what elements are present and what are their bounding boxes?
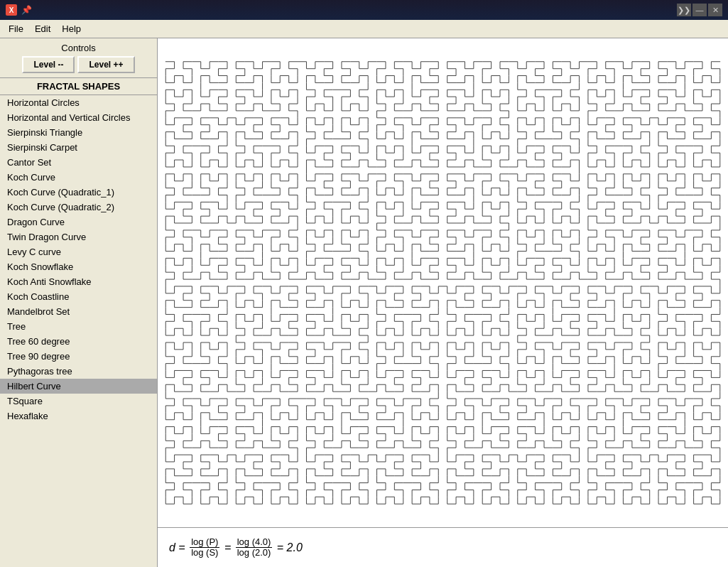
formula-d: d: [169, 541, 175, 554]
formula-equals-3: =: [273, 541, 286, 554]
menu-help[interactable]: Help: [56, 21, 87, 36]
shape-item-tree-90-degree[interactable]: Tree 90 degree: [0, 349, 157, 364]
titlebar-controls: ❯❯ — ✕: [677, 4, 722, 16]
shape-item-hexaflake[interactable]: Hexaflake: [0, 409, 157, 423]
formula-fraction-2: log (4.0) log (2.0): [236, 537, 273, 558]
menubar: File Edit Help: [0, 20, 728, 38]
menu-edit[interactable]: Edit: [29, 21, 56, 36]
svg-rect-0: [158, 55, 728, 511]
shape-item-twin-dragon-curve[interactable]: Twin Dragon Curve: [0, 230, 157, 244]
hilbert-curve-display: [158, 38, 728, 527]
formula-equals-1: =: [175, 541, 188, 554]
shape-item-dragon-curve[interactable]: Dragon Curve: [0, 215, 157, 230]
fractal-canvas: [158, 38, 728, 527]
formula-log-s: log (S): [190, 548, 219, 558]
formula-log-40: log (4.0): [236, 537, 273, 548]
shapes-list: Horizontal CirclesHorizontal and Vertica…: [0, 95, 157, 567]
level-decrease-button[interactable]: Level --: [22, 56, 75, 73]
minimize-button[interactable]: —: [692, 4, 707, 16]
shape-item-horizontal-and-vertical-circles[interactable]: Horizontal and Vertical Circles: [0, 110, 157, 125]
canvas-wrapper: d = log (P) log (S) = log (4.0) log (2.0…: [158, 38, 728, 567]
titlebar: X 📌 ❯❯ — ✕: [0, 0, 728, 20]
app-icon: X: [6, 4, 17, 16]
menu-file[interactable]: File: [3, 21, 29, 36]
shape-item-koch-anti-snowflake[interactable]: Koch Anti Snowflake: [0, 274, 157, 289]
titlebar-left: X 📌: [6, 4, 32, 16]
formula-equals-2: =: [221, 541, 234, 554]
shape-item-cantor-set[interactable]: Cantor Set: [0, 155, 157, 170]
close-button[interactable]: ✕: [708, 4, 722, 16]
level-increase-button[interactable]: Level ++: [77, 56, 134, 73]
shape-item-tsquare[interactable]: TSquare: [0, 394, 157, 409]
formula-bar: d = log (P) log (S) = log (4.0) log (2.0…: [158, 527, 728, 567]
formula-fraction-1: log (P) log (S): [190, 537, 219, 558]
shape-item-levy-c-curve[interactable]: Levy C curve: [0, 244, 157, 259]
fractal-shapes-header: FRACTAL SHAPES: [0, 77, 157, 95]
shape-item-horizontal-circles[interactable]: Horizontal Circles: [0, 95, 157, 110]
formula-result: 2.0: [287, 541, 303, 554]
sidebar: Controls Level -- Level ++ FRACTAL SHAPE…: [0, 38, 158, 567]
shape-item-pythagoras-tree[interactable]: Pythagoras tree: [0, 364, 157, 379]
pin-icon: 📌: [21, 5, 32, 15]
shape-item-koch-curve-(quadratic_2)[interactable]: Koch Curve (Quadratic_2): [0, 200, 157, 215]
shape-item-koch-coastline[interactable]: Koch Coastline: [0, 289, 157, 304]
shape-item-koch-curve[interactable]: Koch Curve: [0, 170, 157, 185]
shape-item-sierpinski-carpet[interactable]: Sierpinski Carpet: [0, 140, 157, 155]
main-container: Controls Level -- Level ++ FRACTAL SHAPE…: [0, 38, 728, 567]
controls-label: Controls: [0, 38, 157, 56]
formula-log-p: log (P): [190, 537, 219, 548]
content-area: Controls Level -- Level ++ FRACTAL SHAPE…: [0, 38, 728, 567]
formula-log-20: log (2.0): [236, 548, 273, 558]
collapse-button[interactable]: ❯❯: [677, 4, 691, 16]
level-buttons: Level -- Level ++: [0, 56, 157, 77]
shape-item-hilbert-curve[interactable]: Hilbert Curve: [0, 379, 157, 394]
shape-item-koch-curve-(quadratic_1)[interactable]: Koch Curve (Quadratic_1): [0, 185, 157, 200]
shape-item-tree[interactable]: Tree: [0, 319, 157, 334]
shape-item-mandelbrot-set[interactable]: Mandelbrot Set: [0, 304, 157, 319]
shape-item-sierpinski-triangle[interactable]: Sierpinski Triangle: [0, 125, 157, 140]
shape-item-koch-snowflake[interactable]: Koch Snowflake: [0, 259, 157, 274]
shape-item-tree-60-degree[interactable]: Tree 60 degree: [0, 334, 157, 349]
